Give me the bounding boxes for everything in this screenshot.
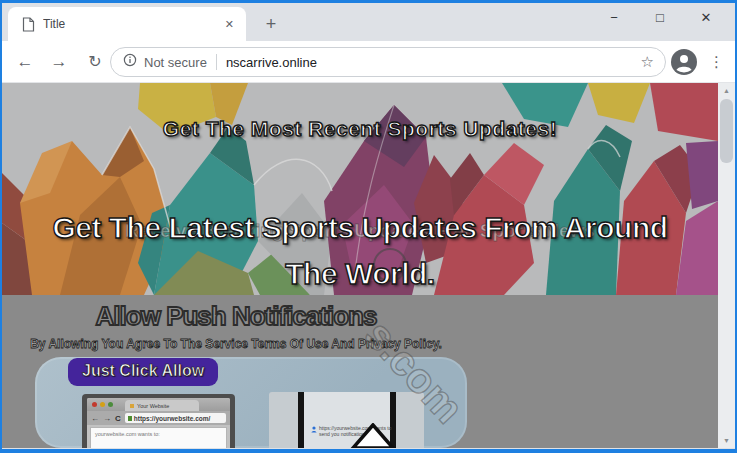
demo-permission-prompt: yourwebsite.com wants to:: [90, 427, 227, 448]
demo-mobile-bezel-left: [298, 392, 304, 448]
page-viewport: Get The Most Recent Sports Updates! Rece…: [2, 83, 735, 448]
demo-back-icon: ←: [91, 414, 99, 423]
reload-button[interactable]: ↻: [80, 41, 110, 83]
browser-toolbar: ← → ↻ Not secure nscarrive.online ☆ ⋮: [2, 41, 735, 83]
new-tab-button[interactable]: +: [258, 11, 284, 37]
hero-main-heading: Get The Latest Sports Updates From Aroun…: [2, 205, 718, 295]
window-controls: − □ ✕: [591, 3, 729, 33]
page-favicon-icon: [22, 17, 35, 32]
hero-main-line1: Get The Latest Sports Updates From Aroun…: [2, 205, 718, 251]
bookmark-star-icon[interactable]: ☆: [641, 53, 654, 71]
scroll-down-icon[interactable]: ▼: [718, 433, 735, 448]
demo-browser-toolbar: ← → C https://yourwebsite.com/: [87, 411, 230, 425]
hero-subheading: Get The Most Recent Sports Updates!: [2, 117, 718, 141]
security-label: Not secure: [144, 55, 207, 70]
browser-window: Title ✕ + − □ ✕ ← → ↻ Not secure nscarri…: [0, 0, 737, 453]
browser-chrome: Title ✕ + − □ ✕ ← → ↻ Not secure nscarri…: [2, 3, 735, 449]
page-scrollbar[interactable]: ▲ ▼: [718, 83, 735, 448]
tab-title: Title: [43, 17, 225, 31]
cursor-arrow-icon: [349, 423, 397, 448]
back-button[interactable]: ←: [10, 41, 40, 83]
web-page: Get The Most Recent Sports Updates! Rece…: [2, 83, 718, 448]
profile-avatar-icon[interactable]: [671, 49, 697, 79]
minimize-button[interactable]: −: [591, 3, 637, 33]
demo-browser-tabstrip: Your Website: [87, 398, 230, 411]
scrollbar-thumb[interactable]: [720, 99, 733, 163]
demo-mobile-mockup: https://yourwebsite.com wants to send yo…: [269, 392, 424, 448]
address-bar[interactable]: Not secure nscarrive.online ☆: [110, 47, 666, 77]
url-text[interactable]: nscarrive.online: [226, 55, 641, 70]
demo-reload-icon: C: [115, 414, 121, 423]
maximize-button[interactable]: □: [637, 3, 683, 33]
window-close-button[interactable]: ✕: [683, 3, 729, 33]
demo-tab-title: Your Website: [137, 403, 169, 409]
tab-close-icon[interactable]: ✕: [225, 18, 234, 31]
traffic-lights-icon: [92, 402, 113, 407]
scroll-up-icon[interactable]: ▲: [718, 83, 735, 98]
demo-forward-icon: →: [103, 414, 111, 423]
demo-padlock-icon: [128, 416, 132, 421]
hero-banner: Get The Most Recent Sports Updates! Rece…: [2, 83, 718, 295]
tab-bar: Title ✕ + − □ ✕: [2, 3, 735, 41]
info-icon[interactable]: [123, 53, 137, 71]
demo-browser-mockup: Your Website ← → C https://yourwebsite.c…: [82, 394, 235, 448]
omnibox-divider: [216, 54, 217, 70]
forward-button[interactable]: →: [44, 41, 74, 83]
demo-browser-tab: Your Website: [125, 400, 199, 411]
demo-url-text: https://yourwebsite.com/: [134, 415, 211, 422]
push-prompt-section: Allow Push Notifications By Allowing You…: [2, 295, 718, 448]
hero-main-line2: The World.: [2, 251, 718, 295]
just-click-allow-button[interactable]: Just Click Allow: [68, 358, 218, 386]
browser-tab[interactable]: Title ✕: [8, 7, 246, 41]
demo-user-icon: [311, 426, 317, 433]
demo-favicon-icon: [130, 404, 134, 408]
demo-address-bar: https://yourwebsite.com/: [125, 413, 226, 423]
menu-kebab-icon[interactable]: ⋮: [709, 41, 724, 83]
